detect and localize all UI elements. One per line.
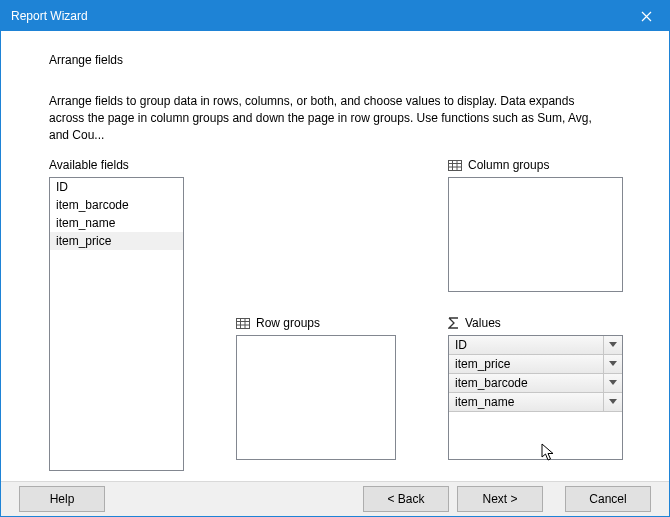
close-icon bbox=[641, 11, 652, 22]
back-button[interactable]: < Back bbox=[363, 486, 449, 512]
table-icon bbox=[236, 318, 250, 329]
page-description: Arrange fields to group data in rows, co… bbox=[49, 93, 609, 143]
report-wizard-window: Report Wizard Arrange fields Arrange fie… bbox=[0, 0, 670, 517]
available-fields-panel: Available fields IDitem_barcodeitem_name… bbox=[49, 157, 184, 471]
table-icon bbox=[448, 160, 462, 171]
list-item[interactable]: item_name bbox=[50, 214, 183, 232]
chevron-down-icon bbox=[609, 361, 617, 367]
cancel-button[interactable]: Cancel bbox=[565, 486, 651, 512]
row-groups-listbox[interactable] bbox=[236, 335, 396, 460]
chevron-down-icon bbox=[609, 380, 617, 386]
row-groups-panel: Row groups bbox=[236, 315, 396, 460]
list-item[interactable]: item_price bbox=[50, 232, 183, 250]
help-button[interactable]: Help bbox=[19, 486, 105, 512]
value-cell: item_barcode bbox=[449, 374, 604, 392]
chevron-down-icon bbox=[609, 342, 617, 348]
available-fields-listbox[interactable]: IDitem_barcodeitem_nameitem_price bbox=[49, 177, 184, 471]
value-row[interactable]: ID bbox=[449, 336, 622, 355]
column-groups-panel: Column groups bbox=[448, 157, 623, 292]
close-button[interactable] bbox=[624, 1, 669, 31]
svg-rect-0 bbox=[449, 160, 462, 170]
value-cell: item_name bbox=[449, 393, 604, 411]
title-bar[interactable]: Report Wizard bbox=[1, 1, 669, 31]
value-row[interactable]: item_price bbox=[449, 355, 622, 374]
next-button[interactable]: Next > bbox=[457, 486, 543, 512]
value-dropdown-button[interactable] bbox=[604, 374, 622, 392]
content-area: Arrange fields Arrange fields to group d… bbox=[1, 31, 669, 481]
value-dropdown-button[interactable] bbox=[604, 355, 622, 373]
column-groups-listbox[interactable] bbox=[448, 177, 623, 292]
page-heading: Arrange fields bbox=[49, 53, 637, 67]
value-row[interactable]: item_barcode bbox=[449, 374, 622, 393]
values-panel: Values IDitem_priceitem_barcodeitem_name bbox=[448, 315, 623, 460]
value-row[interactable]: item_name bbox=[449, 393, 622, 412]
chevron-down-icon bbox=[609, 399, 617, 405]
value-dropdown-button[interactable] bbox=[604, 336, 622, 354]
column-groups-label: Column groups bbox=[448, 157, 623, 173]
footer-button-bar: Help < Back Next > Cancel bbox=[1, 481, 669, 516]
value-dropdown-button[interactable] bbox=[604, 393, 622, 411]
value-cell: item_price bbox=[449, 355, 604, 373]
sigma-icon bbox=[448, 317, 459, 329]
values-listbox[interactable]: IDitem_priceitem_barcodeitem_name bbox=[448, 335, 623, 460]
value-cell: ID bbox=[449, 336, 604, 354]
list-item[interactable]: ID bbox=[50, 178, 183, 196]
list-item[interactable]: item_barcode bbox=[50, 196, 183, 214]
values-label: Values bbox=[448, 315, 623, 331]
svg-rect-5 bbox=[237, 318, 250, 328]
fields-layout: Available fields IDitem_barcodeitem_name… bbox=[49, 157, 637, 471]
available-fields-label: Available fields bbox=[49, 157, 184, 173]
row-groups-label: Row groups bbox=[236, 315, 396, 331]
window-title: Report Wizard bbox=[11, 9, 88, 23]
